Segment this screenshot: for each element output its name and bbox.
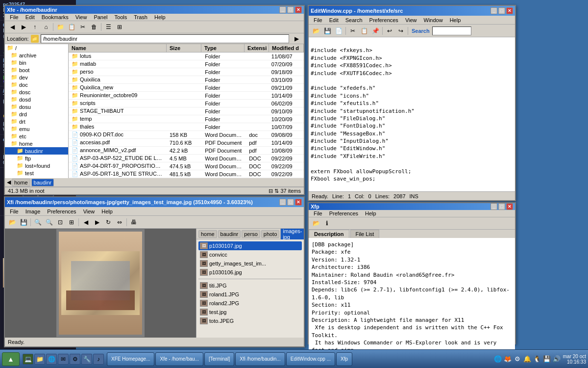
editor-tb-paste[interactable]: 📌 <box>370 26 381 36</box>
img-tb-prev[interactable]: ◀ <box>80 217 91 227</box>
fm-menu-file[interactable]: File <box>7 14 22 21</box>
taskbar-xfe-fm[interactable]: Xfe - /home/bau... <box>155 352 203 366</box>
editor-tb-save[interactable]: 💾 <box>322 26 333 36</box>
tree-boot[interactable]: 📁boot <box>5 66 68 74</box>
list-item[interactable]: 🖼 toto.JPEG <box>198 316 302 325</box>
tb-back-button[interactable]: ◀ <box>7 22 18 32</box>
tree-drd[interactable]: 📁drd <box>5 110 68 118</box>
quick-launch-terminal[interactable]: 💻 <box>23 354 33 365</box>
pkg-menu-file[interactable]: File <box>311 210 325 217</box>
taskbar-editor[interactable]: EditWindow.cpp ... <box>286 352 335 366</box>
pkg-tb-info[interactable]: ℹ <box>321 218 332 228</box>
fm-menu-edit[interactable]: Edit <box>23 14 38 21</box>
table-row[interactable]: 📁matlab Folder 07/20/09 <box>69 60 304 68</box>
tab-description[interactable]: Description <box>309 230 349 238</box>
tab-file-list[interactable]: File List <box>350 230 380 238</box>
img-tb-fit[interactable]: ⊡ <box>55 217 66 227</box>
editor-menu-search[interactable]: Search <box>343 17 366 24</box>
tree-lost-found[interactable]: 📁lost+found <box>5 162 68 169</box>
editor-menu-edit[interactable]: Edit <box>326 17 342 24</box>
quick-launch-browser[interactable]: 🌐 <box>46 354 57 365</box>
table-row[interactable]: 📄ASP-04-DRT-97_PROPOSITION DETUDE ... 47… <box>69 162 304 170</box>
fm-menu-trash[interactable]: Trash <box>131 14 150 21</box>
img-tb-open[interactable]: 📂 <box>7 217 18 227</box>
img-menu-file[interactable]: File <box>7 208 22 215</box>
taskbar-xfp[interactable]: Xfp <box>336 352 352 366</box>
tree-dosu[interactable]: 📁dosu <box>5 103 68 110</box>
pkg-menu-prefs[interactable]: Preferences <box>326 210 361 217</box>
col-name[interactable]: Name <box>69 44 167 52</box>
img-tb-zoom-out[interactable]: 🔍 <box>44 217 54 227</box>
editor-text-area[interactable]: #include <fxkeys.h> #include <FXPNGIcon.… <box>309 37 515 191</box>
quick-launch-misc[interactable]: ⚙ <box>70 354 80 365</box>
editor-menu-window[interactable]: Window <box>421 17 446 24</box>
tb-move-button[interactable]: ✂ <box>77 22 88 32</box>
systray-app4-icon[interactable]: 💾 <box>542 355 551 364</box>
table-row[interactable]: 📁Reunioninter_octobre09 Folder 10/14/09 <box>69 92 304 100</box>
table-row[interactable]: 📁STAGE_THIBAUT Folder 09/10/09 <box>69 107 304 115</box>
systray-app3-icon[interactable]: 🐧 <box>533 355 541 364</box>
tree-test[interactable]: 📁test <box>5 169 68 177</box>
list-item[interactable]: 🖼 p1030106.jpg <box>198 268 302 277</box>
editor-tb-cut[interactable]: ✂ <box>347 26 358 36</box>
img-path-photo[interactable]: photo <box>261 230 280 238</box>
systray-app1-icon[interactable]: ⚙ <box>513 355 522 364</box>
path-home[interactable]: home <box>12 179 30 186</box>
path-baudinr[interactable]: baudinr <box>31 179 54 186</box>
tree-dev[interactable]: 📁dev <box>5 74 68 81</box>
tb-view-icon[interactable]: ⊞ <box>114 22 125 32</box>
tree-emu[interactable]: 📁emu <box>5 125 68 132</box>
location-input[interactable] <box>41 34 289 43</box>
col-size[interactable]: Size <box>167 44 201 52</box>
table-row[interactable]: 📄0909-KO DRT.doc 158 KB Word Document do… <box>69 131 304 139</box>
tb-forward-button[interactable]: ▶ <box>18 22 29 32</box>
quick-launch-fm[interactable]: 📁 <box>34 354 45 365</box>
tree-dosc[interactable]: 📁dosc <box>5 88 68 96</box>
editor-menu-prefs[interactable]: Preferences <box>367 17 401 24</box>
img-path-images[interactable]: images-jpg <box>280 229 304 241</box>
fm-minimize-button[interactable]: _ <box>279 6 286 13</box>
editor-minimize-button[interactable]: _ <box>490 7 497 14</box>
editor-tb-redo[interactable]: ↪ <box>395 26 406 36</box>
tree-root[interactable]: 📁/ <box>5 44 68 52</box>
col-mod[interactable]: Modified d <box>269 44 304 52</box>
tree-home[interactable]: 📁home <box>5 140 68 147</box>
tree-bin[interactable]: 📁bin <box>5 59 68 66</box>
pkg-tb-open[interactable]: 📂 <box>311 218 321 228</box>
img-tb-rotate[interactable]: ↻ <box>103 217 114 227</box>
tb-copy-button[interactable]: 📋 <box>66 22 77 32</box>
img-path-home[interactable]: home <box>198 230 217 238</box>
col-type[interactable]: Type <box>201 44 245 52</box>
fm-menu-tools[interactable]: Tools <box>112 14 130 21</box>
table-row[interactable]: 📁thales Folder 10/07/09 <box>69 123 304 131</box>
editor-tb-open[interactable]: 📂 <box>311 26 321 36</box>
tree-doc[interactable]: 📁doc <box>5 81 68 88</box>
img-menu-image[interactable]: Image <box>23 208 44 215</box>
pkg-maximize-button[interactable]: □ <box>498 203 505 210</box>
editor-tb-copy[interactable]: 📋 <box>359 26 369 36</box>
img-maximize-button[interactable]: □ <box>287 199 294 206</box>
img-menu-view[interactable]: View <box>80 208 98 215</box>
img-tb-actual[interactable]: ⊞ <box>66 217 77 227</box>
table-row[interactable]: 📁Quixilica_new Folder 09/21/09 <box>69 84 304 92</box>
fm-menu-help[interactable]: Help <box>151 14 169 21</box>
editor-tb-new[interactable]: 📄 <box>333 26 344 36</box>
editor-close-button[interactable]: ✕ <box>506 7 513 14</box>
pkg-minimize-button[interactable]: _ <box>490 203 497 210</box>
pkg-close-button[interactable]: ✕ <box>506 203 513 210</box>
taskbar-terminal[interactable]: [Terminal] <box>204 352 234 366</box>
start-button[interactable]: ▲ <box>2 352 20 366</box>
table-row[interactable]: 📁temp Folder 10/20/09 <box>69 115 304 123</box>
table-row[interactable]: 📄ASP-05-DRT-18_NOTE STRUCTURES RO... 481… <box>69 170 304 178</box>
img-menu-help[interactable]: Help <box>98 208 116 215</box>
search-input[interactable] <box>432 26 471 35</box>
tb-up-button[interactable]: ↑ <box>29 22 40 32</box>
tree-baudinr[interactable]: 📁baudinr <box>5 147 68 155</box>
tree-dosd[interactable]: 📁dosd <box>5 96 68 103</box>
tree-drt[interactable]: 📁drt <box>5 118 68 125</box>
table-row[interactable]: 📄annonce_MIMO_v2.pdf 42.2 kB PDF Documen… <box>69 147 304 155</box>
list-item[interactable]: 🖼 getty_images_test_im... <box>198 259 302 268</box>
fm-close-button[interactable]: ✕ <box>295 6 302 13</box>
list-item[interactable]: 🖼 roland1.JPG <box>198 290 302 299</box>
list-item[interactable]: 🖼 test.jpg <box>198 308 302 316</box>
